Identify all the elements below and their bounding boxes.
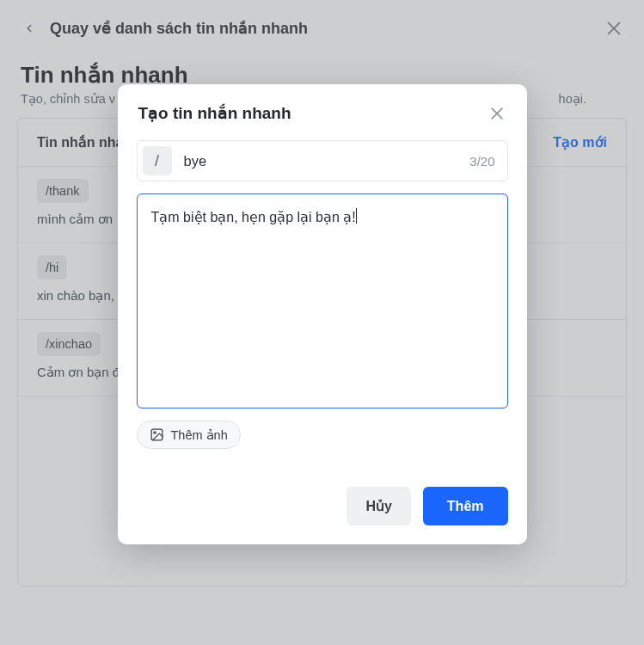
modal-header: Tạo tin nhắn nhanh (137, 103, 508, 123)
slash-icon: / (143, 146, 172, 175)
modal-title: Tạo tin nhắn nhanh (138, 103, 291, 123)
close-icon[interactable] (488, 104, 506, 123)
svg-point-5 (153, 432, 155, 433)
add-image-row: Thêm ảnh (137, 421, 508, 449)
message-value: Tạm biệt bạn, hẹn gặp lại bạn ạ! (151, 210, 356, 224)
shortcut-field-wrapper: / 3/20 (137, 140, 508, 181)
modal-footer: Hủy Thêm (137, 487, 508, 525)
cancel-button[interactable]: Hủy (347, 487, 410, 525)
message-textarea[interactable]: Tạm biệt bạn, hẹn gặp lại bạn ạ! (151, 208, 494, 394)
add-image-button[interactable]: Thêm ảnh (137, 421, 241, 449)
modal-overlay[interactable]: Tạo tin nhắn nhanh / 3/20 Tạm biệt bạn, … (0, 0, 644, 645)
add-image-label: Thêm ảnh (171, 428, 228, 442)
shortcut-input[interactable] (184, 153, 462, 169)
text-caret (356, 208, 357, 224)
submit-button[interactable]: Thêm (423, 487, 508, 525)
char-counter: 3/20 (469, 154, 494, 169)
message-field-wrapper: Tạm biệt bạn, hẹn gặp lại bạn ạ! (137, 194, 508, 408)
create-quick-message-modal: Tạo tin nhắn nhanh / 3/20 Tạm biệt bạn, … (118, 84, 527, 544)
image-icon (150, 427, 164, 442)
